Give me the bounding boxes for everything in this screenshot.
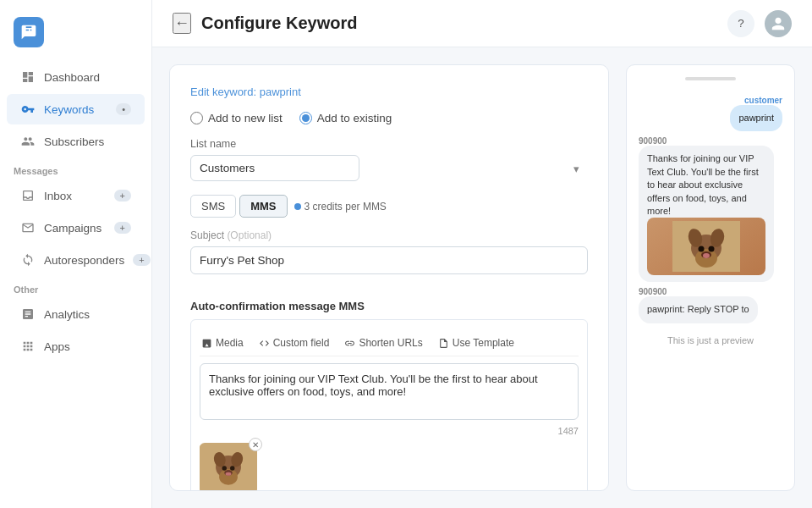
mms-char-count: 1487 (200, 426, 579, 436)
sidebar: Dashboard Keywords • Subscribers Message… (0, 0, 152, 508)
system-bubble-2: pawprint: Reply STOP to (639, 296, 758, 323)
app-logo (14, 17, 44, 47)
credits-dot (294, 203, 301, 210)
apps-icon (20, 339, 36, 354)
subscribers-icon (20, 134, 36, 149)
main-content: ← Configure Keyword ? Edit keyword: pawp… (152, 0, 812, 508)
user-avatar[interactable] (765, 10, 792, 37)
system-number-1: 900900 (639, 136, 667, 146)
customer-bubble-group: customer pawprint (639, 96, 782, 131)
dashboard-icon (20, 69, 36, 85)
inbox-badge: + (114, 190, 131, 202)
sidebar-item-keywords[interactable]: Keywords • (7, 94, 145, 124)
page-title: Configure Keyword (201, 14, 357, 33)
autoresponders-badge: + (133, 254, 150, 266)
svg-point-6 (230, 466, 234, 470)
sidebar-item-apps[interactable]: Apps (7, 331, 145, 362)
sidebar-item-label: Apps (44, 340, 70, 353)
autoresponders-icon (20, 252, 36, 268)
credits-badge: 3 credits per MMS (294, 201, 387, 213)
sidebar-item-dashboard[interactable]: Dashboard (7, 62, 145, 92)
inbox-icon (20, 188, 36, 203)
image-preview-wrap: ✕ (200, 443, 257, 491)
help-icon: ? (738, 17, 743, 30)
radio-new-list[interactable]: Add to new list (190, 112, 283, 124)
preview-panel: customer pawprint 900900 Thanks for join… (626, 64, 795, 491)
preview-note: This is just a preview (639, 335, 782, 345)
form-panel: Edit keyword: pawprint Add to new list A… (169, 64, 609, 491)
subject-optional: (Optional) (227, 229, 272, 241)
customer-label: customer (744, 96, 782, 105)
system-number-2: 900900 (639, 287, 667, 296)
radio-group: Add to new list Add to existing (190, 112, 588, 124)
header-actions: ? (727, 10, 792, 37)
content-area: Edit keyword: pawprint Add to new list A… (152, 47, 812, 508)
image-remove-button[interactable]: ✕ (249, 438, 262, 451)
list-name-select-wrap: Customers Subscribers New List (190, 155, 588, 181)
back-button[interactable]: ← (173, 13, 191, 34)
radio-existing[interactable]: Add to existing (299, 112, 392, 124)
subject-input[interactable] (190, 246, 588, 274)
sidebar-item-campaigns[interactable]: Campaigns + (7, 213, 145, 243)
sidebar-item-inbox[interactable]: Inbox + (7, 180, 145, 211)
sidebar-item-label: Analytics (44, 308, 90, 321)
system-bubble-1: Thanks for joining our VIP Text Club. Yo… (639, 146, 774, 282)
campaigns-icon (20, 220, 36, 235)
system-bubble-group-2: 900900 pawprint: Reply STOP to (639, 287, 782, 323)
list-name-label: List name (190, 138, 588, 150)
help-button[interactable]: ? (727, 10, 754, 37)
tab-sms[interactable]: SMS (190, 195, 236, 218)
media-button-mms[interactable]: Media (200, 335, 245, 351)
sidebar-item-label: Autoresponders (44, 254, 124, 267)
sidebar-item-autoresponders[interactable]: Autoresponders + (7, 245, 145, 275)
chat-bubbles: customer pawprint 900900 Thanks for join… (639, 96, 782, 323)
sidebar-item-label: Dashboard (44, 71, 100, 84)
page-header: ← Configure Keyword ? (152, 0, 812, 47)
other-section-label: Other (0, 276, 151, 298)
edit-keyword-bar: Edit keyword: pawprint (190, 86, 588, 98)
svg-point-8 (226, 472, 232, 476)
svg-point-15 (709, 246, 715, 252)
keyword-value: pawprint (260, 86, 301, 98)
sidebar-item-label: Campaigns (44, 222, 102, 235)
keywords-badge: • (116, 103, 131, 115)
customer-bubble: pawprint (730, 105, 782, 131)
svg-point-5 (222, 466, 227, 470)
subject-label: Subject (Optional) (190, 229, 588, 241)
messages-section-label: Messages (0, 157, 151, 179)
campaigns-badge: + (114, 222, 131, 234)
mms-toolbar: Media Custom field Shorten URLs Use Temp… (200, 329, 579, 356)
list-name-select[interactable]: Customers Subscribers New List (190, 155, 359, 181)
analytics-icon (20, 306, 36, 322)
phone-notch (685, 77, 736, 80)
phone-preview: customer pawprint 900900 Thanks for join… (639, 77, 782, 345)
sidebar-item-label: Inbox (44, 190, 72, 202)
custom-field-button-mms[interactable]: Custom field (257, 335, 332, 351)
sidebar-item-subscribers[interactable]: Subscribers (7, 126, 145, 157)
svg-point-14 (699, 246, 705, 252)
sidebar-item-label: Subscribers (44, 135, 104, 148)
tab-mms[interactable]: MMS (239, 195, 287, 218)
svg-point-17 (703, 253, 710, 258)
shorten-urls-button-mms[interactable]: Shorten URLs (343, 335, 424, 351)
auto-confirm-mms-title: Auto-confirmation message MMS (190, 300, 588, 312)
mms-message-box: Media Custom field Shorten URLs Use Temp… (190, 319, 588, 491)
system-bubble-group-1: 900900 Thanks for joining our VIP Text C… (639, 136, 782, 282)
sidebar-item-analytics[interactable]: Analytics (7, 299, 145, 329)
dog-image (647, 218, 765, 275)
radio-new-list-input[interactable] (190, 112, 203, 124)
message-type-tabs: SMS MMS 3 credits per MMS (190, 195, 588, 218)
radio-existing-input[interactable] (299, 112, 312, 124)
sidebar-item-label: Keywords (44, 103, 94, 116)
key-icon (20, 102, 36, 117)
mms-message-textarea[interactable]: Thanks for joining our VIP Text Club. Yo… (200, 363, 579, 420)
use-template-button-mms[interactable]: Use Template (436, 335, 516, 351)
mms-image-preview (200, 443, 257, 491)
